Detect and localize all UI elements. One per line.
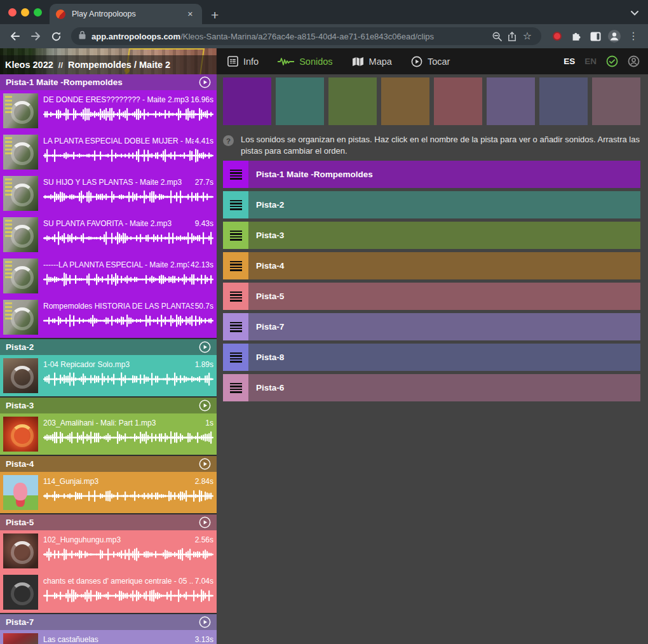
track-play-button[interactable] bbox=[199, 76, 211, 88]
track-bar-body[interactable]: Pista-5 bbox=[248, 283, 640, 310]
account-icon[interactable] bbox=[628, 55, 640, 67]
new-tab-button[interactable]: + bbox=[211, 8, 219, 22]
track-drag-handle[interactable] bbox=[223, 344, 248, 371]
app-header: Kleos 2022 // Rompemoldes / Maite 2 Info… bbox=[0, 48, 648, 74]
track-play-button[interactable] bbox=[199, 341, 211, 353]
saved-check-icon[interactable] bbox=[606, 55, 618, 67]
lang-es-button[interactable]: ES bbox=[564, 57, 575, 66]
reload-icon[interactable] bbox=[47, 27, 65, 45]
address-bar[interactable]: app.antropoloops.com/Kleos-Santa-Marina/… bbox=[71, 27, 541, 45]
browser-menu-icon[interactable]: ⋮ bbox=[625, 28, 642, 44]
track-bar[interactable]: Pista-4 bbox=[223, 252, 640, 279]
track-bar-body[interactable]: Pista-1 Maite -Rompemoldes bbox=[248, 161, 640, 188]
tab-close-icon[interactable]: ✕ bbox=[185, 9, 196, 20]
sidebar-track-header[interactable]: Pista-2 bbox=[0, 339, 217, 355]
clip-duration: 42.13s bbox=[189, 260, 213, 269]
track-color-swatch[interactable] bbox=[539, 77, 588, 125]
lock-icon[interactable] bbox=[79, 30, 86, 42]
clip-row[interactable]: Las castañuelas 3.13s bbox=[0, 630, 217, 644]
track-drag-handle[interactable] bbox=[223, 313, 248, 340]
profile-avatar[interactable] bbox=[606, 28, 623, 44]
track-color-swatch[interactable] bbox=[328, 77, 377, 125]
track-color-swatch[interactable] bbox=[487, 77, 535, 125]
bookmark-star-icon[interactable]: ☆ bbox=[520, 29, 535, 44]
track-play-button[interactable] bbox=[199, 616, 211, 628]
zoom-indicator-icon[interactable] bbox=[489, 29, 504, 44]
clip-thumbnail bbox=[3, 135, 38, 170]
track-play-button[interactable] bbox=[199, 399, 211, 412]
track-bar-label: Pista-3 bbox=[256, 231, 284, 240]
clip-row[interactable]: Rompemoldes HISTORIA DE LAS PLANTAS... 5… bbox=[0, 297, 217, 338]
breadcrumb-project[interactable]: Kleos 2022 bbox=[5, 60, 53, 70]
clip-row[interactable]: 1-04 Repicador Solo.mp3 1.89s bbox=[0, 355, 217, 396]
drag-handle-icon bbox=[230, 200, 242, 210]
drag-handle-icon bbox=[230, 170, 242, 180]
nav-tab-sonidos[interactable]: Sonidos bbox=[278, 57, 332, 67]
site-favicon bbox=[56, 10, 65, 19]
track-bar-body[interactable]: Pista-7 bbox=[248, 313, 640, 340]
back-icon[interactable] bbox=[6, 27, 24, 45]
window-zoom-button[interactable] bbox=[34, 8, 42, 17]
track-bar-body[interactable]: Pista-6 bbox=[248, 374, 640, 401]
forward-icon[interactable] bbox=[27, 27, 44, 45]
lang-en-button[interactable]: EN bbox=[584, 57, 597, 66]
sidebar-track-header[interactable]: Pista-5 bbox=[0, 514, 217, 530]
track-drag-handle[interactable] bbox=[223, 374, 248, 401]
clip-row[interactable]: ------LA PLANNTA ESPECIAL - Maite 2.mp3 … bbox=[0, 255, 217, 297]
track-color-swatch[interactable] bbox=[223, 77, 271, 125]
track-drag-handle[interactable] bbox=[223, 252, 248, 279]
clip-row[interactable]: 203_Amalihani - Mali: Part 1.mp3 1s bbox=[0, 413, 217, 455]
side-panel-icon[interactable] bbox=[587, 28, 604, 44]
clip-row[interactable]: 102_Hunguhungu.mp3 2.56s bbox=[0, 530, 217, 572]
track-bar-label: Pista-8 bbox=[256, 352, 284, 362]
clip-row[interactable]: SU HIJO Y LAS PLANTAS - Maite 2.mp3 27.7… bbox=[0, 173, 217, 214]
track-bar[interactable]: Pista-5 bbox=[223, 283, 640, 310]
track-bar[interactable]: Pista-2 bbox=[223, 191, 640, 218]
track-bar[interactable]: Pista-6 bbox=[223, 374, 640, 401]
clip-duration: 2.56s bbox=[194, 535, 213, 544]
tab-search-chevron-icon[interactable] bbox=[630, 8, 639, 19]
sidebar-track-header[interactable]: Pista-4 bbox=[0, 456, 217, 472]
clip-row[interactable]: 114_Gunjai.mp3 2.84s bbox=[0, 472, 217, 513]
track-bar-label: Pista-6 bbox=[256, 383, 284, 392]
track-play-button[interactable] bbox=[199, 516, 211, 528]
clip-waveform bbox=[43, 147, 213, 164]
nav-tab-mapa[interactable]: Mapa bbox=[352, 57, 392, 67]
track-drag-handle[interactable] bbox=[223, 191, 248, 218]
extensions-puzzle-icon[interactable] bbox=[568, 28, 584, 44]
share-icon[interactable] bbox=[504, 29, 520, 44]
browser-tab[interactable]: Play Antropoloops ✕ bbox=[50, 4, 202, 24]
track-name: Pista-7 bbox=[6, 617, 34, 627]
track-color-swatch[interactable] bbox=[434, 77, 482, 125]
track-color-swatch[interactable] bbox=[276, 77, 324, 125]
track-bar-body[interactable]: Pista-2 bbox=[248, 191, 640, 218]
track-bar-body[interactable]: Pista-4 bbox=[248, 252, 640, 279]
nav-tab-info[interactable]: Info bbox=[227, 56, 259, 67]
window-close-button[interactable] bbox=[8, 8, 17, 17]
track-drag-handle[interactable] bbox=[223, 222, 248, 249]
track-bar[interactable]: Pista-7 bbox=[223, 313, 640, 340]
window-minimize-button[interactable] bbox=[21, 8, 29, 17]
clip-name: Rompemoldes HISTORIA DE LAS PLANTAS... bbox=[43, 302, 194, 311]
track-drag-handle[interactable] bbox=[223, 161, 248, 188]
track-bar-body[interactable]: Pista-8 bbox=[248, 344, 640, 371]
track-drag-handle[interactable] bbox=[223, 283, 248, 310]
track-bar[interactable]: Pista-3 bbox=[223, 222, 640, 249]
clip-row[interactable]: LA PLANTA ESPECIAL DOBLE MUJER - Mai... … bbox=[0, 131, 217, 173]
breadcrumb[interactable]: Kleos 2022 // Rompemoldes / Maite 2 bbox=[0, 55, 217, 74]
clip-row[interactable]: DE DONDE ERES???????? - Maite 2.mp3 16.9… bbox=[0, 90, 217, 131]
url-path: /Kleos-Santa-Marina/a276ac4e-a815-40d4-a… bbox=[180, 32, 434, 41]
nav-tab-tocar[interactable]: Tocar bbox=[411, 56, 450, 67]
sidebar-track-header[interactable]: Pista-1 Maite -Rompemoldes bbox=[0, 74, 217, 90]
record-extension-icon[interactable] bbox=[549, 28, 565, 44]
track-bar[interactable]: Pista-1 Maite -Rompemoldes bbox=[223, 161, 640, 188]
track-bar[interactable]: Pista-8 bbox=[223, 344, 640, 371]
track-bar-body[interactable]: Pista-3 bbox=[248, 222, 640, 249]
clip-row[interactable]: SU PLANTA FAVORITA - Maite 2.mp3 9.43s bbox=[0, 214, 217, 255]
clip-row[interactable]: chants et danses d' amerique centrale - … bbox=[0, 572, 217, 613]
track-color-swatch[interactable] bbox=[381, 77, 429, 125]
track-color-swatch[interactable] bbox=[592, 77, 640, 125]
sidebar-track-header[interactable]: Pista-7 bbox=[0, 614, 217, 630]
track-play-button[interactable] bbox=[199, 458, 211, 470]
sidebar-track-header[interactable]: Pista-3 bbox=[0, 398, 217, 413]
